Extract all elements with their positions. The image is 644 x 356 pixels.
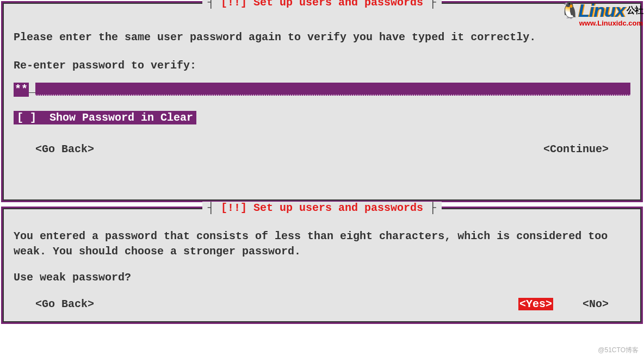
yes-button[interactable]: <Yes> bbox=[518, 298, 553, 310]
show-password-checkbox[interactable]: [ ] Show Password in Clear bbox=[14, 111, 196, 124]
password-verify-dialog: ┤ [!!] Set up users and passwords ├ Plea… bbox=[3, 3, 641, 201]
no-button[interactable]: <No> bbox=[583, 298, 609, 310]
title-bracket-right: ├ bbox=[423, 0, 436, 9]
title-marker: [!!] bbox=[221, 202, 253, 214]
dialog-title: Set up users and passwords bbox=[253, 202, 423, 214]
warning-text: You entered a password that consists of … bbox=[14, 229, 630, 259]
instruction-text: Please enter the same user password agai… bbox=[14, 30, 630, 45]
title-bracket-left: ┤ bbox=[208, 0, 221, 9]
dialog-title-bar: ┤ [!!] Set up users and passwords ├ bbox=[4, 0, 640, 9]
dialog-title: Set up users and passwords bbox=[253, 0, 423, 9]
title-bracket-left: ┤ bbox=[208, 202, 221, 214]
question-text: Use weak password? bbox=[14, 271, 630, 284]
button-row: <Go Back> <Yes> <No> bbox=[14, 298, 630, 310]
go-back-button[interactable]: <Go Back> bbox=[35, 298, 94, 310]
dialog-title-bar: ┤ [!!] Set up users and passwords ├ bbox=[4, 202, 640, 214]
continue-button[interactable]: <Continue> bbox=[543, 143, 609, 155]
password-input-row[interactable]: **_ bbox=[14, 83, 630, 97]
panel-1-frame: ┤ [!!] Set up users and passwords ├ Plea… bbox=[1, 1, 643, 202]
field-label: Re-enter password to verify: bbox=[14, 59, 630, 72]
text-cursor: _ bbox=[29, 83, 35, 97]
footer-watermark: @51CTO博客 bbox=[598, 346, 639, 355]
password-masked-value: ** bbox=[14, 83, 29, 97]
go-back-button[interactable]: <Go Back> bbox=[35, 143, 94, 155]
weak-password-dialog: ┤ [!!] Set up users and passwords ├ You … bbox=[3, 208, 641, 322]
title-bracket-right: ├ bbox=[423, 202, 436, 214]
button-row: <Go Back> <Continue> bbox=[14, 143, 630, 155]
password-input-field[interactable] bbox=[35, 83, 630, 96]
panel-2-frame: ┤ [!!] Set up users and passwords ├ You … bbox=[1, 207, 643, 324]
title-marker: [!!] bbox=[221, 0, 253, 9]
